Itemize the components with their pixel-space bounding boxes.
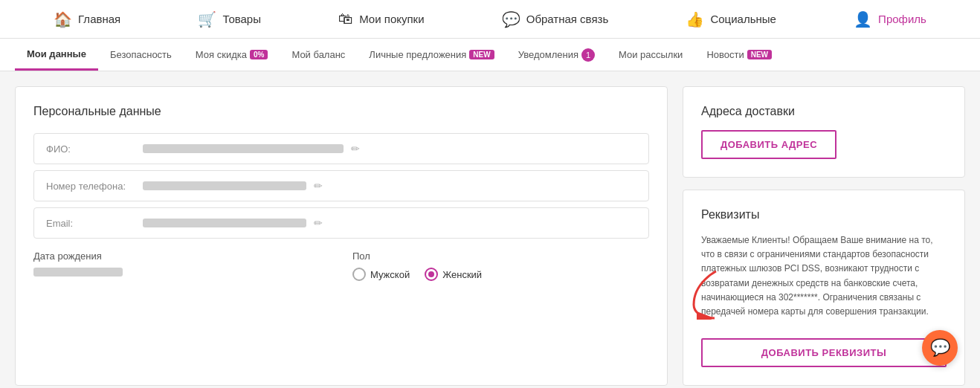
requisites-card: Реквизиты Уважаемые Клиенты! Обращаем Ва… [683, 190, 965, 386]
dob-group: Дата рождения [33, 250, 330, 281]
sub-navigation: Мои данные Безопасность Моя скидка 0% Мо… [0, 39, 980, 71]
nav-social-label: Социальные [710, 13, 776, 25]
offers-badge: NEW [469, 50, 494, 59]
dob-value [33, 268, 123, 277]
personal-data-panel: Персональные данные ФИО: ✏ Номер телефон… [15, 86, 668, 386]
nav-feedback-label: Обратная связь [526, 13, 609, 25]
chat-icon: 💬 [930, 338, 950, 358]
gender-label: Пол [352, 250, 649, 262]
male-radio-circle [352, 268, 366, 281]
top-navigation: 🏠 Главная 🛒 Товары 🛍 Мои покупки 💬 Обрат… [0, 0, 980, 39]
bag-icon: 🛍 [338, 10, 353, 28]
discount-badge: 0% [250, 50, 268, 59]
subnav-news[interactable]: Новости NEW [694, 40, 784, 69]
subnav-personal-offers[interactable]: Личные предложения NEW [357, 40, 506, 69]
personal-data-title: Персональные данные [33, 105, 649, 118]
cart-icon: 🛒 [198, 10, 216, 28]
nav-products[interactable]: 🛒 Товары [198, 10, 261, 28]
email-edit-icon[interactable]: ✏ [314, 217, 323, 229]
add-address-button[interactable]: ДОБАВИТЬ АДРЕС [701, 130, 836, 159]
nav-social[interactable]: 👍 Социальные [686, 10, 776, 28]
dob-gender-section: Дата рождения Пол Мужской Женский [33, 250, 649, 281]
profile-icon: 👤 [854, 10, 872, 28]
phone-edit-icon[interactable]: ✏ [314, 180, 323, 192]
chat-button[interactable]: 💬 [922, 330, 958, 366]
requisites-title: Реквизиты [701, 208, 947, 222]
news-badge: NEW [747, 50, 772, 59]
nav-home-label: Главная [78, 13, 120, 25]
nav-profile[interactable]: 👤 Профиль [854, 10, 926, 28]
red-arrow-icon [686, 268, 746, 320]
male-label: Мужской [370, 269, 410, 280]
email-label: Email: [46, 218, 135, 229]
nav-profile-label: Профиль [878, 13, 926, 25]
gender-group: Пол Мужской Женский [352, 250, 649, 281]
email-value [143, 219, 306, 227]
phone-value [143, 181, 306, 190]
fio-label: ФИО: [46, 143, 135, 155]
female-radio-circle [425, 268, 438, 281]
subnav-newsletters[interactable]: Мои рассылки [607, 40, 694, 69]
subnav-my-data[interactable]: Мои данные [15, 39, 98, 71]
main-content: Персональные данные ФИО: ✏ Номер телефон… [0, 71, 980, 388]
gender-radio-group: Мужской Женский [352, 268, 649, 281]
email-field-row: Email: ✏ [33, 207, 649, 239]
fio-edit-icon[interactable]: ✏ [351, 143, 360, 155]
nav-home[interactable]: 🏠 Главная [54, 10, 120, 28]
add-requisites-button[interactable]: ДОБАВИТЬ РЕКВИЗИТЫ [701, 338, 947, 367]
delivery-title: Адреса доставки [701, 105, 947, 118]
social-icon: 👍 [686, 10, 704, 28]
female-label: Женский [442, 269, 482, 280]
dob-label: Дата рождения [33, 250, 330, 262]
gender-female[interactable]: Женский [425, 268, 482, 281]
fio-field-row: ФИО: ✏ [33, 133, 649, 164]
nav-products-label: Товары [222, 13, 261, 25]
phone-field-row: Номер телефона: ✏ [33, 170, 649, 201]
notifications-badge: 1 [581, 48, 595, 62]
subnav-discount[interactable]: Моя скидка 0% [184, 40, 280, 69]
nav-purchases[interactable]: 🛍 Мои покупки [338, 10, 424, 28]
fio-value [143, 144, 344, 153]
gender-male[interactable]: Мужской [352, 268, 410, 281]
phone-label: Номер телефона: [46, 181, 135, 192]
subnav-notifications[interactable]: Уведомления 1 [506, 39, 607, 71]
nav-feedback[interactable]: 💬 Обратная связь [502, 10, 609, 28]
nav-purchases-label: Мои покупки [359, 13, 424, 25]
subnav-security[interactable]: Безопасность [98, 40, 184, 69]
delivery-card: Адреса доставки ДОБАВИТЬ АДРЕС [683, 86, 965, 178]
subnav-balance[interactable]: Мой баланс [280, 40, 357, 69]
feedback-icon: 💬 [502, 10, 520, 28]
home-icon: 🏠 [54, 10, 72, 28]
